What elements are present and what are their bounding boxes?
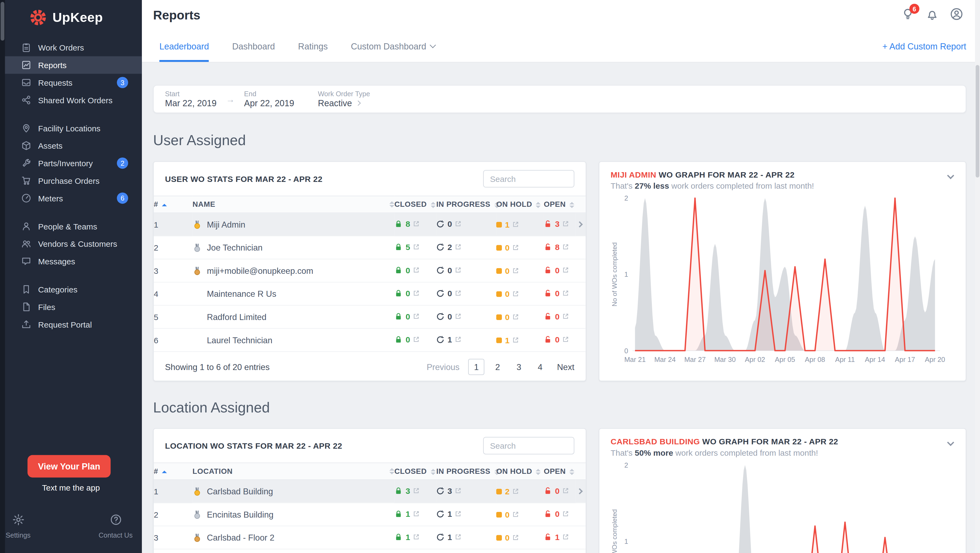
- external-link-icon[interactable]: [413, 244, 420, 250]
- external-link-icon[interactable]: [455, 290, 461, 296]
- column-location[interactable]: LOCATION: [192, 463, 395, 480]
- external-link-icon[interactable]: [455, 488, 461, 494]
- external-link-icon[interactable]: [563, 267, 569, 273]
- page-button-4[interactable]: 4: [532, 359, 548, 375]
- column-on-hold[interactable]: ON HOLD: [496, 463, 544, 480]
- tab-leaderboard[interactable]: Leaderboard: [159, 30, 209, 62]
- column-closed[interactable]: CLOSED: [395, 196, 436, 213]
- sidebar-item-meters[interactable]: Meters6: [5, 189, 142, 207]
- tab-ratings[interactable]: Ratings: [298, 30, 328, 62]
- main-scrollbar-thumb[interactable]: [976, 65, 980, 178]
- end-date-filter[interactable]: End Apr 22, 2019: [244, 90, 294, 108]
- sidebar-item-vendors-customers[interactable]: Vendors & Customers: [5, 235, 142, 253]
- sidebar-item-purchase-orders[interactable]: Purchase Orders: [5, 172, 142, 189]
- sidebar-item-facility-locations[interactable]: Facility Locations: [5, 119, 142, 137]
- settings-button[interactable]: Settings: [3, 514, 33, 539]
- external-link-icon[interactable]: [455, 221, 461, 227]
- external-link-icon[interactable]: [455, 336, 461, 342]
- next-page-button[interactable]: Next: [557, 362, 574, 372]
- column-on-hold[interactable]: ON HOLD: [496, 196, 544, 213]
- page-button-1[interactable]: 1: [468, 359, 485, 375]
- column-rank[interactable]: #: [154, 196, 192, 213]
- external-link-icon[interactable]: [455, 313, 461, 319]
- table-row[interactable]: 5Radford Limited0000: [154, 305, 586, 329]
- table-row[interactable]: 3miji+mobile@onupkeep.com0000: [154, 259, 586, 283]
- table-row[interactable]: 1Miji Admin8013: [154, 213, 586, 236]
- table-row[interactable]: 4Maintenance R Us0000: [154, 282, 586, 305]
- upkeep-logo[interactable]: UpKeep: [0, 0, 142, 35]
- external-link-icon[interactable]: [513, 488, 519, 494]
- user-stats-search-input[interactable]: [483, 170, 574, 188]
- sidebar-item-requests[interactable]: Requests3: [5, 74, 142, 91]
- external-link-icon[interactable]: [563, 336, 569, 342]
- location-stats-search-input[interactable]: [483, 437, 574, 454]
- external-link-icon[interactable]: [563, 488, 569, 494]
- column-open[interactable]: OPEN: [544, 463, 576, 480]
- table-row[interactable]: 3Carlsbad - Floor 21101: [154, 526, 586, 549]
- text-me-the-app-link[interactable]: Text me the app: [0, 483, 142, 493]
- external-link-icon[interactable]: [413, 221, 420, 227]
- external-link-icon[interactable]: [513, 291, 519, 297]
- external-link-icon[interactable]: [513, 268, 519, 274]
- contact-us-button[interactable]: Contact Us: [95, 514, 136, 539]
- sidebar-item-parts-inventory[interactable]: Parts/Inventory2: [5, 154, 142, 172]
- profile-button[interactable]: [949, 8, 964, 23]
- external-link-icon[interactable]: [455, 534, 461, 540]
- external-link-icon[interactable]: [413, 488, 420, 494]
- column-name[interactable]: NAME: [192, 196, 395, 213]
- page-button-2[interactable]: 2: [490, 359, 506, 375]
- external-link-icon[interactable]: [413, 534, 420, 540]
- table-row[interactable]: 2Joe Technician5208: [154, 236, 586, 259]
- add-custom-report-link[interactable]: + Add Custom Report: [883, 41, 966, 51]
- external-link-icon[interactable]: [413, 510, 420, 517]
- sidebar-item-files[interactable]: Files: [5, 298, 142, 316]
- external-link-icon[interactable]: [413, 267, 420, 273]
- sidebar-item-assets[interactable]: Assets: [5, 137, 142, 154]
- work-order-type-filter[interactable]: Work Order Type Reactive: [318, 90, 370, 108]
- column-closed[interactable]: CLOSED: [395, 463, 436, 480]
- external-link-icon[interactable]: [513, 221, 519, 227]
- column-in-progress[interactable]: IN PROGRESS: [436, 463, 496, 480]
- external-link-icon[interactable]: [413, 313, 420, 319]
- previous-page-button[interactable]: Previous: [427, 362, 460, 372]
- notifications-button[interactable]: [924, 8, 939, 23]
- table-row[interactable]: 1Carlsbad Building3320: [154, 480, 586, 503]
- sidebar-item-request-portal[interactable]: Request Portal: [5, 316, 142, 333]
- external-link-icon[interactable]: [563, 534, 569, 540]
- external-link-icon[interactable]: [455, 244, 461, 250]
- external-link-icon[interactable]: [455, 267, 461, 273]
- page-button-3[interactable]: 3: [511, 359, 527, 375]
- table-row[interactable]: 2Encinitas Building1100: [154, 503, 586, 526]
- tips-button[interactable]: 6: [900, 8, 915, 23]
- tab-dashboard[interactable]: Dashboard: [232, 30, 275, 62]
- sidebar-item-messages[interactable]: Messages: [5, 253, 142, 270]
- external-link-icon[interactable]: [563, 510, 569, 517]
- sidebar-item-reports[interactable]: Reports: [5, 56, 142, 74]
- external-link-icon[interactable]: [413, 336, 420, 342]
- sidebar-item-work-orders[interactable]: Work Orders: [5, 39, 142, 56]
- column-open[interactable]: OPEN: [544, 196, 576, 213]
- external-link-icon[interactable]: [513, 534, 519, 540]
- sidebar-item-shared-work-orders[interactable]: Shared Work Orders: [5, 91, 142, 109]
- external-link-icon[interactable]: [455, 510, 461, 517]
- main-scrollbar[interactable]: [975, 0, 980, 553]
- external-link-icon[interactable]: [513, 314, 519, 320]
- external-link-icon[interactable]: [513, 512, 519, 518]
- external-link-icon[interactable]: [513, 337, 519, 343]
- external-link-icon[interactable]: [563, 290, 569, 296]
- sidebar-item-people-teams[interactable]: People & Teams: [5, 218, 142, 235]
- tab-custom-dashboard[interactable]: Custom Dashboard: [351, 30, 435, 62]
- column-rank[interactable]: #: [154, 463, 192, 480]
- sidebar-scrollbar[interactable]: [0, 0, 5, 553]
- external-link-icon[interactable]: [413, 290, 420, 296]
- start-date-filter[interactable]: Start Mar 22, 2019: [165, 90, 217, 108]
- external-link-icon[interactable]: [563, 244, 569, 250]
- table-row[interactable]: 6Laurel Technician0110: [154, 328, 586, 352]
- view-your-plan-button[interactable]: View Your Plan: [27, 455, 111, 478]
- column-in-progress[interactable]: IN PROGRESS: [436, 196, 496, 213]
- sidebar-scrollbar-thumb[interactable]: [0, 2, 4, 41]
- sidebar-item-categories[interactable]: Categories: [5, 281, 142, 298]
- external-link-icon[interactable]: [563, 221, 569, 227]
- external-link-icon[interactable]: [563, 313, 569, 319]
- external-link-icon[interactable]: [513, 244, 519, 251]
